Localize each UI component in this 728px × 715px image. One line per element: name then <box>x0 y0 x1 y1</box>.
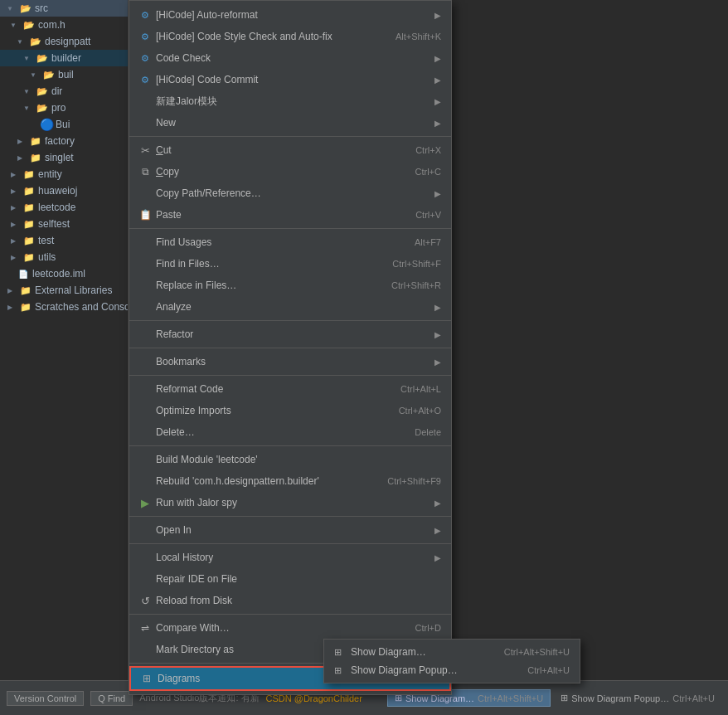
submenu-arrow: ▶ <box>434 303 441 312</box>
menu-separator <box>129 516 451 517</box>
menu-item-findinfiles[interactable]: Find in Files… Ctrl+Shift+F <box>129 253 451 275</box>
tree-item-scratches[interactable]: Scratches and Conso <box>0 299 128 315</box>
tree-item-utils[interactable]: utils <box>0 249 128 265</box>
menu-item-copy[interactable]: ⧉ Copy Ctrl+C <box>129 161 451 182</box>
spacer-icon <box>138 452 153 467</box>
tree-label: Scratches and Conso <box>35 301 129 313</box>
menu-item-rebuild[interactable]: Rebuild 'com.h.designpattern.builder' Ct… <box>129 470 451 492</box>
spacer-icon <box>138 474 153 489</box>
arrow-icon <box>13 134 27 148</box>
menu-item-compare[interactable]: ⇌ Compare With… Ctrl+D <box>129 617 451 639</box>
folder-icon <box>22 18 36 32</box>
tree-item-selftest[interactable]: selftest <box>0 216 128 232</box>
version-control-btn[interactable]: Version Control <box>7 691 84 706</box>
hicode-icon: ⚙ <box>138 7 153 22</box>
menu-item-reloaddisk[interactable]: ↺ Reload from Disk <box>129 590 451 611</box>
run-icon: ▶ <box>138 495 153 510</box>
menu-item-localhistory[interactable]: Local History ▶ <box>129 547 451 568</box>
menu-item-reformatcode[interactable]: Reformat Code Ctrl+Alt+L <box>129 378 451 400</box>
menu-item-analyze[interactable]: Analyze ▶ <box>129 296 451 318</box>
menu-item-bookmarks[interactable]: Bookmarks ▶ <box>129 351 451 372</box>
folder-icon <box>22 201 36 214</box>
tree-label: Bui <box>56 119 70 130</box>
menu-label: Reformat Code <box>156 383 384 395</box>
menu-separator <box>129 136 451 137</box>
tree-item-buil[interactable]: buil <box>0 66 128 83</box>
menu-item-cut[interactable]: ✂ Cut Ctrl+X <box>129 139 451 161</box>
folder-icon <box>22 168 36 181</box>
menu-separator <box>129 320 451 321</box>
folder-icon <box>29 35 42 48</box>
tree-item-test[interactable]: test <box>0 232 128 249</box>
menu-item-new[interactable]: New ▶ <box>129 112 451 134</box>
spacer-icon <box>138 278 153 293</box>
menu-label: Optimize Imports <box>156 405 382 416</box>
tree-item-designpatt[interactable]: designpatt <box>0 33 128 50</box>
tree-item-entity[interactable]: entity <box>0 166 128 182</box>
check-icon: ⚙ <box>138 51 153 66</box>
diagram-icon: ⊞ <box>139 671 154 686</box>
submenu-arrow: ▶ <box>434 526 441 535</box>
tree-item-comh[interactable]: com.h <box>0 17 128 33</box>
submenu-item-showdiagram[interactable]: ⊞ Show Diagram… Ctrl+Alt+Shift+U <box>324 643 580 661</box>
tree-label: selftest <box>38 218 70 230</box>
spacer-icon <box>138 354 153 369</box>
menu-item-new-jalor[interactable]: 新建Jalor模块 ▶ <box>129 90 451 112</box>
tree-item-leetcode[interactable]: leetcode <box>0 199 128 216</box>
menu-item-refactor[interactable]: Refactor ▶ <box>129 323 451 345</box>
folder-icon <box>42 68 56 81</box>
shortcut-text: Delete <box>415 427 441 437</box>
tree-item-huaweioj[interactable]: huaweioj <box>0 182 128 199</box>
menu-item-runjalor[interactable]: ▶ Run with Jalor spy ▶ <box>129 492 451 513</box>
tree-label: designpatt <box>45 36 90 47</box>
menu-item-codecheck[interactable]: ⚙ Code Check ▶ <box>129 47 451 69</box>
tree-label: factory <box>45 135 75 147</box>
find-btn[interactable]: Q Find <box>90 691 133 706</box>
spacer-icon <box>138 256 153 271</box>
tree-item-src[interactable]: src <box>0 0 128 17</box>
menu-item-codestyle[interactable]: ⚙ [HiCode] Code Style Check and Auto-fix… <box>129 26 451 47</box>
diagrams-submenu: ⊞ Show Diagram… Ctrl+Alt+Shift+U ⊞ Show … <box>323 639 580 683</box>
shortcut-text: Ctrl+C <box>415 167 441 177</box>
menu-item-repairide[interactable]: Repair IDE on File <box>129 568 451 590</box>
submenu-arrow: ▶ <box>434 553 441 562</box>
menu-item-codecommit[interactable]: ⚙ [HiCode] Code Commit ▶ <box>129 69 451 90</box>
menu-item-paste[interactable]: 📋 Paste Ctrl+V <box>129 204 451 226</box>
folder-icon <box>29 151 42 164</box>
shortcut-text: Ctrl+Alt+O <box>399 406 441 416</box>
submenu-arrow: ▶ <box>434 330 441 339</box>
tree-item-singlet[interactable]: singlet <box>0 149 128 166</box>
menu-item-copypath[interactable]: Copy Path/Reference… ▶ <box>129 182 451 204</box>
menu-label: Show Diagram Popup… <box>351 664 511 676</box>
menu-item-autoreformat[interactable]: ⚙ [HiCode] Auto-reformat ▶ <box>129 4 451 26</box>
tree-item-factory[interactable]: factory <box>0 133 128 149</box>
menu-label: Paste <box>156 209 399 221</box>
tree-label: buil <box>58 69 74 80</box>
menu-item-findusages[interactable]: Find Usages Alt+F7 <box>129 231 451 253</box>
menu-separator <box>129 543 451 544</box>
menu-label: Reload from Disk <box>156 595 441 606</box>
folder-icon <box>22 234 36 247</box>
menu-item-replaceinfiles[interactable]: Replace in Files… Ctrl+Shift+R <box>129 275 451 296</box>
tree-item-leetcode-iml[interactable]: 📄 leetcode.iml <box>0 265 128 282</box>
arrow-icon <box>20 85 33 98</box>
tree-item-builder[interactable]: builder <box>0 50 128 66</box>
file-icon: 📄 <box>17 267 30 280</box>
menu-item-delete[interactable]: Delete… Delete <box>129 421 451 443</box>
menu-item-optimizeimports[interactable]: Optimize Imports Ctrl+Alt+O <box>129 400 451 421</box>
tree-item-dir[interactable]: dir <box>0 83 128 100</box>
spacer-icon <box>138 327 153 342</box>
menu-item-openin[interactable]: Open In ▶ <box>129 519 451 541</box>
menu-separator <box>129 348 451 348</box>
tree-label: utils <box>38 251 56 263</box>
submenu-arrow: ▶ <box>434 75 441 85</box>
shortcut-text: Alt+Shift+K <box>396 32 441 41</box>
menu-item-buildmodule[interactable]: Build Module 'leetcode' <box>129 449 451 470</box>
tree-label: leetcode <box>38 202 75 213</box>
tree-item-external-libs[interactable]: External Libraries <box>0 282 128 299</box>
arrow-icon <box>3 300 17 314</box>
show-diagram-popup-btn[interactable]: ⊞ Show Diagram Popup… Ctrl+Alt+U <box>554 690 721 706</box>
submenu-item-showpopup[interactable]: ⊞ Show Diagram Popup… Ctrl+Alt+U <box>324 661 580 679</box>
tree-item-bui-file[interactable]: 🔵 Bui <box>0 116 128 133</box>
tree-item-pro[interactable]: pro <box>0 100 128 116</box>
